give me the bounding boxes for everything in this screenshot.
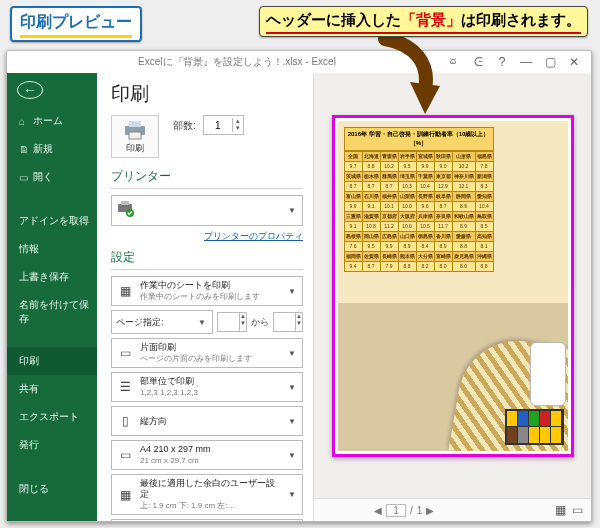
page-to-input[interactable] (274, 313, 295, 331)
chevron-up-icon[interactable]: ▲ (240, 313, 246, 320)
page-from-spinner[interactable]: ▲▼ (217, 312, 247, 332)
sidebar-item-new[interactable]: 🗎 新規 (7, 135, 97, 163)
sidebar-item-label: 閉じる (19, 482, 49, 496)
print-button-label: 印刷 (126, 143, 144, 153)
table-cell: 東京都 (434, 171, 452, 181)
sidebar-item-get-addins[interactable]: アドインを取得 (7, 207, 97, 235)
table-cell: 宮城県 (416, 151, 434, 161)
setting-line2: 21 cm x 29.7 cm (140, 456, 199, 465)
close-icon[interactable]: ✕ (567, 55, 581, 69)
setting-duplex[interactable]: ▭ 片面印刷 ページの片面のみを印刷します ▼ (111, 338, 303, 368)
setting-paper-size[interactable]: ▭ A4 210 x 297 mm 21 cm x 29.7 cm ▼ (111, 440, 303, 470)
chevron-down-icon: ▼ (286, 349, 298, 358)
section-settings: 設定 (111, 249, 303, 266)
setting-collate[interactable]: ☰ 部単位で印刷 1,2,3 1,2,3 1,2,3 ▼ (111, 372, 303, 402)
printer-dropdown[interactable]: ▼ (111, 195, 303, 226)
sidebar-item-label: 印刷 (19, 354, 39, 368)
setting-margins[interactable]: ▦ 最後に適用した余白のユーザー設定 上: 1.9 cm 下: 1.9 cm 左… (111, 474, 303, 515)
printer-properties-link[interactable]: プリンターのプロパティ (111, 230, 303, 243)
table-cell: 埼玉県 (398, 171, 416, 181)
chevron-down-icon[interactable]: ▼ (296, 320, 302, 327)
sidebar-item-open[interactable]: ▭ 開く (7, 163, 97, 191)
minimize-icon[interactable]: ― (519, 55, 533, 69)
printer-name (140, 205, 280, 216)
sidebar-item-label: 名前を付けて保存 (19, 298, 89, 326)
table-cell: 8.0 (434, 261, 452, 271)
sidebar-item-home[interactable]: ⌂ ホーム (7, 107, 97, 135)
copies-spinner[interactable]: ▲▼ (203, 115, 244, 135)
table-cell: 8.7 (434, 201, 452, 211)
table-cell: 10.2 (452, 161, 475, 171)
chevron-down-icon: ▼ (286, 206, 298, 215)
chevron-down-icon[interactable]: ▼ (235, 125, 241, 132)
table-cell: 8.5 (475, 221, 493, 231)
table-cell: 千葉県 (416, 171, 434, 181)
sidebar-item-label: 発行 (19, 438, 39, 452)
chevron-up-icon[interactable]: ▲ (296, 313, 302, 320)
svg-marker-0 (410, 82, 440, 114)
sidebar-item-label: 共有 (19, 382, 39, 396)
chevron-up-icon[interactable]: ▲ (235, 118, 241, 125)
portrait-icon: ▯ (116, 414, 134, 428)
table-cell: 9.9 (380, 241, 398, 251)
table-cell: 12.9 (434, 181, 452, 191)
setting-orientation[interactable]: ▯ 縦方向 ▼ (111, 406, 303, 436)
table-cell: 8.1 (475, 241, 493, 251)
show-margins-button[interactable]: ▦ (555, 503, 566, 517)
sidebar-item-export[interactable]: エクスポート (7, 403, 97, 431)
printer-icon (122, 120, 148, 140)
setting-line1: 片面印刷 (140, 342, 176, 352)
table-cell: 山形県 (452, 151, 475, 161)
page-to-spinner[interactable]: ▲▼ (273, 312, 303, 332)
sidebar-item-print[interactable]: 印刷 (7, 347, 97, 375)
table-cell: 京都府 (380, 211, 398, 221)
print-button[interactable]: 印刷 (111, 115, 159, 158)
page-range-label-dd[interactable]: ページ指定: ▼ (111, 310, 213, 334)
table-cell: 富山県 (344, 191, 362, 201)
new-icon: 🗎 (19, 144, 29, 155)
sheets-icon: ▦ (116, 284, 134, 298)
excel-window: Excelに『背景』を設定しよう！.xlsx - Excel ఠ ᕮ ? ― ▢… (6, 50, 592, 522)
sidebar-item-info[interactable]: 情報 (7, 235, 97, 263)
table-cell: 11.7 (434, 221, 452, 231)
table-cell: 10.4 (475, 201, 493, 211)
table-cell: 山口県 (398, 231, 416, 241)
table-cell: 10.1 (380, 201, 398, 211)
sidebar-item-save[interactable]: 上書き保存 (7, 263, 97, 291)
page-from-input[interactable] (218, 313, 239, 331)
table-cell: 10.5 (416, 221, 434, 231)
table-cell: 三重県 (344, 211, 362, 221)
user-icon[interactable]: ఠ (447, 55, 461, 69)
table-cell: 山梨県 (398, 191, 416, 201)
sidebar-item-publish[interactable]: 発行 (7, 431, 97, 459)
table-cell: 10.2 (380, 161, 398, 171)
help-icon[interactable]: ? (495, 55, 509, 69)
maximize-icon[interactable]: ▢ (543, 55, 557, 69)
back-button[interactable]: ← (17, 81, 43, 99)
coming-soon-icon[interactable]: ᕮ (471, 55, 485, 69)
setting-print-scope[interactable]: ▦ 作業中のシートを印刷 作業中のシートのみを印刷します ▼ (111, 276, 303, 306)
sidebar-item-save-as[interactable]: 名前を付けて保存 (7, 291, 97, 333)
sidebar-item-share[interactable]: 共有 (7, 375, 97, 403)
banner-header-bg-note: ヘッダーに挿入した「背景」は印刷されます。 (259, 6, 588, 37)
sidebar-item-close[interactable]: 閉じる (7, 475, 97, 503)
paper-icon: ▭ (116, 448, 134, 462)
zoom-to-page-button[interactable]: ▭ (572, 503, 583, 517)
copies-input[interactable] (204, 120, 232, 131)
print-preview-panel: 2016年 学習・自己啓発・訓練行動者率（10歳以上）［%］ 全国北海道青森県岩… (314, 73, 591, 521)
table-cell: 長野県 (416, 191, 434, 201)
table-cell: 岡山県 (362, 231, 380, 241)
prev-page-button[interactable]: ◀ (374, 505, 382, 516)
chevron-down-icon[interactable]: ▼ (240, 320, 246, 327)
table-cell: 群馬県 (380, 171, 398, 181)
sidebar-item-blank (7, 333, 97, 347)
sidebar-item-more[interactable]: その他... (7, 519, 97, 528)
table-cell: 8.4 (416, 241, 434, 251)
table-cell: 9.5 (398, 161, 416, 171)
table-cell: 10.8 (362, 221, 380, 231)
next-page-button[interactable]: ▶ (426, 505, 434, 516)
setting-scaling[interactable]: ▣ シートを 1 ページに印刷 1 ページに収まるように印刷イメー… ▼ (111, 519, 303, 521)
page-current-box[interactable]: 1 (386, 504, 406, 517)
table-cell: 奈良県 (434, 211, 452, 221)
banner-text-pre: ヘッダーに挿入した (266, 11, 401, 28)
